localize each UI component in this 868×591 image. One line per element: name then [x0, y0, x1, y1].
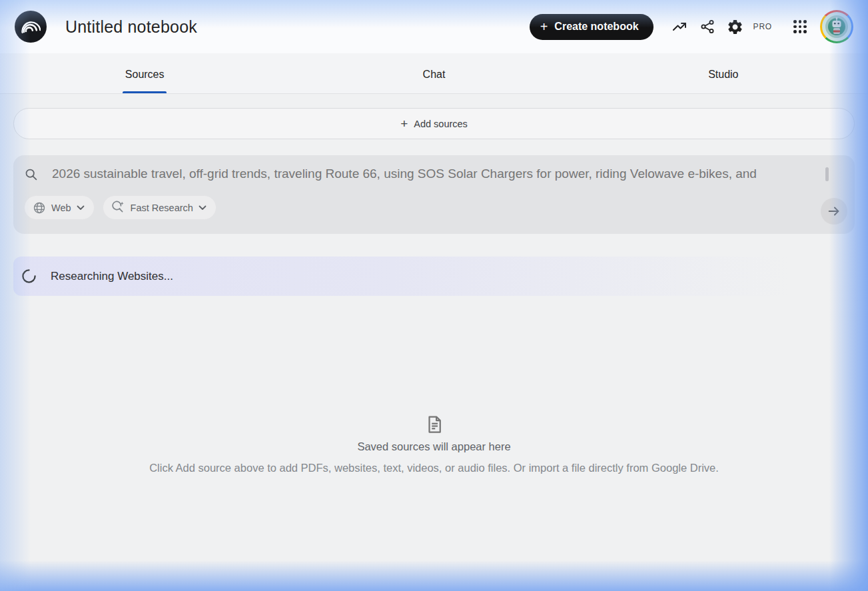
search-icon — [24, 167, 38, 181]
globe-icon — [33, 201, 46, 215]
tab-sources-label: Sources — [125, 66, 165, 81]
google-apps-grid-icon[interactable] — [792, 19, 808, 35]
pro-badge: PRO — [753, 22, 772, 31]
research-mode-label: Fast Research — [131, 203, 193, 213]
discover-query-input[interactable] — [52, 167, 844, 181]
tab-sources[interactable]: Sources — [0, 53, 289, 93]
notebook-title[interactable]: Untitled notebook — [65, 17, 197, 37]
app-header: Untitled notebook + Create notebook PRO — [0, 0, 868, 53]
submit-query-button[interactable] — [821, 198, 847, 225]
empty-state-title: Saved sources will appear here — [357, 440, 510, 453]
tab-chat[interactable]: Chat — [289, 53, 578, 93]
source-scope-dropdown[interactable]: Web — [24, 195, 95, 220]
notebooklm-logo-icon[interactable] — [15, 11, 47, 43]
plus-icon: + — [400, 117, 408, 131]
search-options-row: Web Fast Research — [24, 195, 844, 220]
loading-spinner-icon — [21, 269, 37, 284]
user-avatar[interactable] — [820, 10, 853, 43]
analytics-trending-up-icon[interactable] — [671, 18, 688, 35]
discover-sources-panel: Web Fast Research — [13, 155, 855, 234]
add-sources-label: Add sources — [414, 119, 468, 129]
empty-state-description: Click Add source above to add PDFs, webs… — [149, 462, 719, 474]
tab-chat-label: Chat — [423, 66, 446, 81]
source-scope-label: Web — [51, 203, 71, 213]
settings-gear-icon[interactable] — [727, 18, 744, 35]
research-mode-dropdown[interactable]: Fast Research — [103, 195, 217, 220]
create-notebook-label: Create notebook — [554, 21, 638, 33]
create-notebook-button[interactable]: + Create notebook — [530, 14, 653, 40]
share-icon[interactable] — [699, 18, 716, 35]
tab-studio-label: Studio — [708, 66, 738, 81]
logo-arcs — [21, 17, 41, 37]
sources-panel: + Add sources — [0, 108, 868, 474]
magnifier-sparkle-icon — [111, 201, 125, 215]
panel-tabs: Sources Chat Studio — [0, 53, 868, 94]
tab-studio[interactable]: Studio — [579, 53, 868, 93]
document-icon — [424, 414, 444, 434]
avatar-robot-image — [822, 12, 851, 41]
query-scrollbar-thumb[interactable] — [825, 167, 829, 181]
add-sources-button[interactable]: + Add sources — [13, 108, 855, 139]
arrow-right-icon — [827, 204, 841, 219]
chevron-down-icon — [199, 205, 207, 211]
research-status-text: Researching Websites... — [51, 270, 173, 283]
chevron-down-icon — [77, 205, 85, 211]
plus-icon: + — [540, 20, 548, 33]
sources-empty-state: Saved sources will appear here Click Add… — [13, 414, 855, 474]
search-row — [24, 167, 844, 181]
research-status-banner: Researching Websites... — [13, 257, 855, 296]
